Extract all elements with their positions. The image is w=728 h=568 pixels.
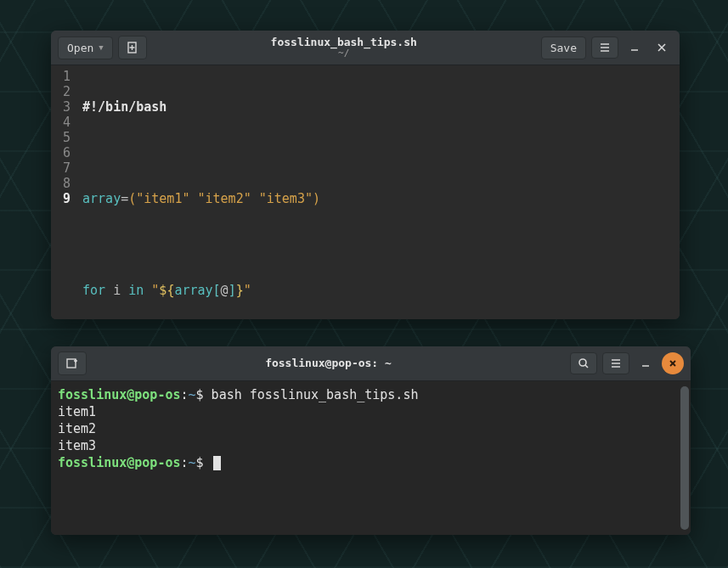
- token-string: "item1": [136, 191, 189, 206]
- save-button[interactable]: Save: [541, 37, 586, 59]
- close-button[interactable]: [662, 352, 684, 374]
- new-tab-button[interactable]: [58, 351, 87, 375]
- minimize-icon: [641, 358, 651, 368]
- close-button[interactable]: [651, 37, 673, 59]
- code-line[interactable]: for i in "${array[@]}": [82, 283, 673, 298]
- line-number: 8: [63, 176, 71, 191]
- token-ident: i: [113, 283, 121, 298]
- line-number: 3: [63, 99, 71, 115]
- token-paren: (: [128, 191, 136, 206]
- token-variable: array: [82, 191, 121, 206]
- prompt-user-host: fosslinux@pop-os: [58, 455, 181, 470]
- hamburger-menu-button[interactable]: [591, 37, 618, 59]
- token-string: "item2": [198, 191, 251, 206]
- search-icon: [578, 357, 590, 369]
- code-area[interactable]: #!/bin/bash array=("item1" "item2" "item…: [76, 65, 680, 319]
- line-number-gutter: 1 2 3 4 5 6 7 8 9: [51, 65, 76, 319]
- terminal-window: fosslinux@pop-os: ~: [51, 346, 691, 535]
- prompt-dollar: $: [196, 387, 204, 402]
- token-bracket: ]: [229, 283, 236, 298]
- new-document-button[interactable]: [118, 36, 147, 59]
- prompt-dollar: $: [196, 455, 204, 470]
- line-number: 4: [63, 115, 71, 130]
- scrollbar[interactable]: [680, 386, 689, 530]
- window-subtitle: ~/: [152, 48, 536, 59]
- token-variable: array: [174, 283, 212, 298]
- terminal-title: fosslinux@pop-os: ~: [92, 357, 565, 369]
- gedit-window: Open ▼ fosslinux_bash_tips.sh ~/ Save: [51, 31, 680, 319]
- prompt-path: ~: [189, 387, 196, 402]
- terminal-output-line: item1: [58, 403, 684, 420]
- line-number: 2: [63, 84, 71, 99]
- svg-point-12: [579, 359, 586, 366]
- token-at: @: [221, 283, 229, 298]
- search-button[interactable]: [570, 352, 597, 374]
- new-tab-icon: [65, 357, 79, 370]
- hamburger-icon: [610, 357, 622, 369]
- token-brace: }: [236, 283, 244, 298]
- token-string: "item3": [259, 191, 313, 206]
- token-operator: =: [121, 191, 128, 206]
- line-number: 9: [63, 191, 71, 206]
- hamburger-icon: [599, 42, 611, 53]
- svg-line-13: [585, 365, 588, 368]
- terminal-title-area: fosslinux@pop-os: ~: [92, 357, 565, 369]
- code-line[interactable]: [82, 237, 673, 252]
- line-number: 5: [63, 130, 71, 145]
- cursor: [213, 456, 221, 470]
- line-number: 1: [63, 69, 71, 84]
- minimize-button[interactable]: [624, 37, 646, 59]
- close-icon: [657, 42, 667, 53]
- open-button-label: Open: [67, 42, 93, 54]
- terminal-output-line: item2: [58, 420, 684, 437]
- token-keyword: in: [128, 283, 144, 298]
- window-title: fosslinux_bash_tips.sh: [152, 37, 536, 48]
- prompt-sep: :: [181, 455, 189, 470]
- minimize-button[interactable]: [635, 352, 657, 374]
- prompt-user-host: fosslinux@pop-os: [58, 387, 181, 402]
- line-number: 7: [63, 160, 71, 176]
- new-document-icon: [126, 41, 139, 54]
- token-shebang: #!/bin/bash: [82, 99, 166, 115]
- terminal-line[interactable]: fosslinux@pop-os:~$: [58, 454, 684, 471]
- chevron-down-icon: ▼: [99, 43, 103, 52]
- close-icon: [668, 358, 678, 368]
- code-line[interactable]: [82, 145, 673, 160]
- hamburger-menu-button[interactable]: [602, 352, 629, 374]
- code-line[interactable]: array=("item1" "item2" "item3"): [82, 191, 673, 206]
- token-string: ": [151, 283, 159, 298]
- command-text: bash fosslinux_bash_tips.sh: [204, 387, 419, 402]
- token-string: ": [244, 283, 251, 298]
- line-number: 6: [63, 145, 71, 160]
- open-button[interactable]: Open ▼: [58, 37, 113, 59]
- prompt-sep: :: [181, 387, 189, 402]
- save-button-label: Save: [550, 42, 577, 54]
- title-area: fosslinux_bash_tips.sh ~/: [152, 37, 536, 59]
- code-line[interactable]: #!/bin/bash: [82, 99, 673, 115]
- terminal-line[interactable]: fosslinux@pop-os:~$ bash fosslinux_bash_…: [58, 386, 684, 403]
- token-keyword: for: [82, 283, 105, 298]
- token-paren: ): [313, 191, 320, 206]
- terminal-body[interactable]: fosslinux@pop-os:~$ bash fosslinux_bash_…: [51, 381, 691, 535]
- terminal-headerbar: fosslinux@pop-os: ~: [51, 346, 691, 381]
- terminal-output-line: item3: [58, 437, 684, 454]
- token-bracket: [: [213, 283, 221, 298]
- editor-body[interactable]: 1 2 3 4 5 6 7 8 9 #!/bin/bash array=("it…: [51, 65, 680, 319]
- editor-headerbar: Open ▼ fosslinux_bash_tips.sh ~/ Save: [51, 31, 680, 65]
- prompt-path: ~: [189, 455, 196, 470]
- minimize-icon: [629, 42, 640, 53]
